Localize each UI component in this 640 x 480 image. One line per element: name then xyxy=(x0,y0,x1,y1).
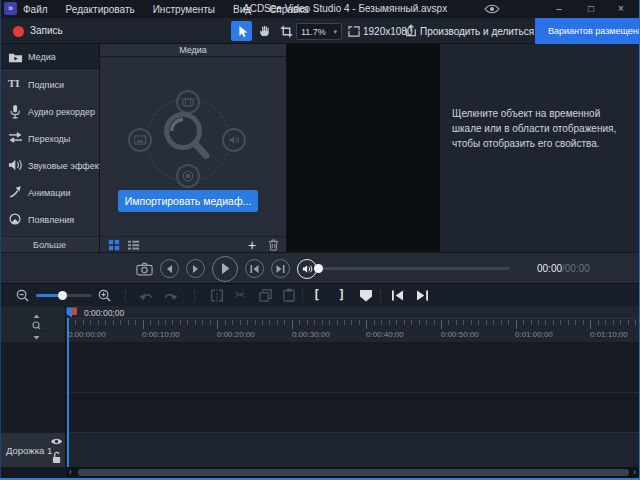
behaviors-icon xyxy=(8,212,23,227)
cursor-icon xyxy=(236,25,248,38)
zoom-level-select[interactable]: 11.7% ▾ xyxy=(296,23,342,40)
animations-icon xyxy=(8,185,23,200)
main-toolbar: Запись 11.7% ▾ 1920x1080 Производить и д… xyxy=(0,18,640,44)
track-lock-icon[interactable] xyxy=(51,451,62,464)
jump-to-start-button[interactable] xyxy=(391,290,404,301)
timecode-total: /00:00 xyxy=(562,263,590,274)
paste-button[interactable] xyxy=(283,288,295,302)
sidebar-item-sound-effects[interactable]: Звуковые эффекты xyxy=(0,152,99,179)
chevron-down-icon: ▾ xyxy=(333,28,337,36)
go-to-end-button[interactable] xyxy=(271,259,290,278)
sidebar-item-label: Переходы xyxy=(28,134,70,144)
copy-button[interactable] xyxy=(259,289,272,302)
add-marker-button[interactable] xyxy=(359,289,373,302)
import-media-button[interactable]: Импортировать медиаф... xyxy=(118,190,258,212)
jump-to-end-button[interactable] xyxy=(416,290,429,301)
previous-frame-button[interactable] xyxy=(160,259,179,278)
playback-bar: 00:00/00:00 xyxy=(0,252,640,283)
produce-share-button[interactable]: Производить и делиться xyxy=(420,26,534,37)
playhead-line[interactable] xyxy=(67,318,69,467)
scroll-right-icon[interactable]: › xyxy=(633,467,636,478)
track-1-header[interactable]: Дорожка 1 xyxy=(0,433,65,467)
play-button[interactable] xyxy=(212,256,238,282)
add-media-button[interactable]: + xyxy=(248,237,256,253)
ruler-label: 0:00:00;00 xyxy=(68,330,106,339)
more-button[interactable]: Больше xyxy=(0,236,99,252)
playhead-marker[interactable] xyxy=(66,307,78,318)
sidebar-item-audio-recorder[interactable]: Аудио рекордер xyxy=(0,98,99,125)
resolution-icon xyxy=(348,26,360,37)
sidebar-item-behaviors[interactable]: Появления xyxy=(0,206,99,233)
timeline-ruler[interactable]: 0:00:00;00 0:00:00;00 0:00:10;00 0:00:20… xyxy=(66,306,640,342)
zoom-level-value: 11.7% xyxy=(301,27,326,37)
menu-file[interactable]: Файл xyxy=(14,4,57,15)
media-panel-footer: + xyxy=(100,236,286,252)
undo-button[interactable] xyxy=(139,291,154,302)
sidebar-item-animations[interactable]: Анимации xyxy=(0,179,99,206)
menu-tools[interactable]: Инструменты xyxy=(144,4,224,15)
seek-slider-handle[interactable] xyxy=(314,264,323,273)
seek-slider[interactable] xyxy=(318,267,510,270)
mark-in-button[interactable]: [ xyxy=(313,288,320,302)
pan-tool-button[interactable] xyxy=(254,21,275,41)
sidebar-item-label: Подписи xyxy=(28,80,64,90)
cut-button[interactable]: ✂ xyxy=(235,288,245,302)
sidebar-item-transitions[interactable]: Переходы xyxy=(0,125,99,152)
timeline-zoom-out-button[interactable] xyxy=(16,289,29,302)
go-to-start-button[interactable] xyxy=(245,259,264,278)
timeline-zoom-in-button[interactable] xyxy=(98,289,111,302)
select-tool-button[interactable] xyxy=(231,21,252,41)
scrollbar-thumb[interactable] xyxy=(78,469,629,476)
ruler-label: 0:01:00;00 xyxy=(515,330,553,339)
sidebar: Медиа TI Подписи Аудио рекордер Переходы… xyxy=(0,44,100,252)
trash-icon[interactable] xyxy=(268,239,279,251)
ruler-label: 0:00:40;00 xyxy=(366,330,404,339)
microphone-icon xyxy=(8,104,23,119)
media-panel: Медиа Импортировать медиаф... + xyxy=(100,44,287,252)
next-frame-button[interactable] xyxy=(186,259,205,278)
video-preview-canvas xyxy=(287,44,440,252)
timecode: 00:00/00:00 xyxy=(537,263,590,274)
properties-panel: Щелкните объект на временной шкале или в… xyxy=(440,44,640,252)
ruler-label: 0:00:50;00 xyxy=(441,330,479,339)
media-panel-header: Медиа xyxy=(100,44,286,57)
crop-icon xyxy=(280,25,293,38)
snapshot-button[interactable] xyxy=(136,262,153,276)
sidebar-item-label: Анимации xyxy=(28,188,70,198)
timeline-zoom-slider-handle[interactable] xyxy=(58,291,67,300)
playhead-time-label: 0:00:00;00 xyxy=(84,308,124,318)
track-name-label: Дорожка 1 xyxy=(6,445,52,456)
timeline-toolbar: ✂ [ ] xyxy=(0,283,640,306)
menu-edit[interactable]: Редактировать xyxy=(57,4,144,15)
timecode-current: 00:00 xyxy=(537,263,562,274)
track-visibility-eye-icon[interactable] xyxy=(50,437,63,446)
record-button[interactable]: Запись xyxy=(30,25,63,36)
layout-options-button[interactable]: Вариантов размещения xyxy=(535,18,640,44)
ruler-marker-row[interactable]: 0:00:00;00 xyxy=(66,306,640,319)
maximize-button[interactable]: □ xyxy=(582,1,600,17)
acdsee-logo-icon xyxy=(483,3,501,15)
vertical-zoom-control[interactable] xyxy=(31,314,42,340)
timeline-empty-row[interactable] xyxy=(66,342,640,393)
sidebar-item-label: Появления xyxy=(28,215,74,225)
track-1-lane[interactable] xyxy=(66,433,640,467)
timeline-empty-row[interactable] xyxy=(66,393,640,433)
title-bar: » Файл Редактировать Инструменты Вид Спр… xyxy=(0,0,640,18)
record-icon[interactable] xyxy=(13,26,24,37)
list-view-button[interactable] xyxy=(127,239,140,251)
sidebar-item-label: Медиа xyxy=(28,52,56,62)
redo-button[interactable] xyxy=(163,291,178,302)
ruler-label: 0:00:20;00 xyxy=(217,330,255,339)
captions-icon: TI xyxy=(8,77,23,92)
sidebar-item-captions[interactable]: TI Подписи xyxy=(0,71,99,98)
mark-out-button[interactable]: ] xyxy=(338,288,345,302)
crop-tool-button[interactable] xyxy=(276,21,297,41)
grid-view-button[interactable] xyxy=(108,239,120,251)
split-clip-button[interactable] xyxy=(210,289,224,302)
minimize-button[interactable]: – xyxy=(550,1,568,17)
hand-icon xyxy=(258,24,271,38)
scroll-left-icon[interactable]: ‹ xyxy=(69,467,72,478)
share-icon xyxy=(405,24,417,37)
close-button[interactable]: × xyxy=(612,1,630,17)
sidebar-item-media[interactable]: Медиа xyxy=(0,44,99,71)
